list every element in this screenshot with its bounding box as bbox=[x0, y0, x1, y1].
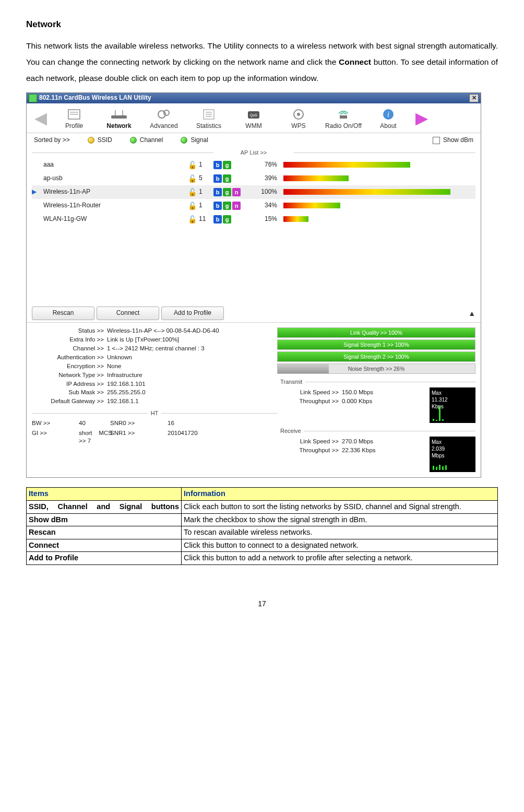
toolbar-tab-advanced[interactable]: Advanced bbox=[141, 107, 186, 131]
table-row: Show dBmMark the checkbox to show the si… bbox=[27, 513, 498, 526]
toolbar-tab-wps[interactable]: WPS bbox=[276, 107, 321, 131]
ap-signal-percent: 34% bbox=[252, 202, 281, 210]
tx-linkspeed-label: Link Speed >> bbox=[277, 389, 339, 396]
table-row: ConnectClick this button to connect to a… bbox=[27, 539, 498, 552]
table-item: Show dBm bbox=[27, 513, 182, 526]
sort-signal-button[interactable]: Signal bbox=[181, 136, 208, 145]
tx-linkspeed-value: 150.0 Mbps bbox=[342, 389, 389, 396]
toolbar-tab-label: About bbox=[380, 122, 396, 131]
ap-row[interactable]: ap-usb🔓5bg39% bbox=[32, 172, 475, 185]
rx-linkspeed-value: 270.0 Mbps bbox=[342, 438, 389, 445]
connect-button[interactable]: Connect bbox=[97, 307, 159, 320]
transmit-header: Transmit bbox=[277, 378, 475, 385]
ap-signal-bar bbox=[283, 216, 450, 222]
table-info: Click each button to sort the listing ne… bbox=[182, 501, 498, 514]
mode-b-icon: b bbox=[213, 215, 222, 223]
toolbar-tab-network[interactable]: Network bbox=[97, 107, 141, 131]
mode-g-icon: g bbox=[223, 215, 231, 223]
toolbar-tab-profile[interactable]: Profile bbox=[52, 107, 97, 131]
status-row: Sub Mask >>255.255.255.0 bbox=[32, 389, 277, 396]
collapse-details-icon[interactable]: ▲ bbox=[468, 309, 475, 318]
toolbar-next-arrow[interactable]: ► bbox=[411, 105, 433, 131]
ap-row[interactable]: ▶Wireless-11n-AP🔓1bgn100% bbox=[32, 185, 475, 199]
statistics-icon bbox=[198, 107, 219, 122]
mode-g-icon: g bbox=[223, 174, 231, 183]
ap-modes: bgn bbox=[213, 202, 250, 210]
mode-b-icon: b bbox=[213, 174, 222, 183]
status-key: Channel >> bbox=[32, 345, 107, 352]
mode-g-icon: g bbox=[223, 202, 231, 210]
status-row: Extra Info >>Link is Up [TxPower:100%] bbox=[32, 336, 277, 344]
toolbar-tab-radio-on-off[interactable]: Radio On/Off bbox=[321, 107, 366, 131]
ap-modes: bg bbox=[213, 215, 250, 223]
receive-graph: Max2.039Mbps bbox=[430, 437, 475, 472]
toolbar-tab-label: Radio On/Off bbox=[325, 122, 362, 131]
status-key: Default Gateway >> bbox=[32, 397, 107, 405]
details-panel: Status >>Wireless-11n-AP <--> 00-08-54-A… bbox=[27, 322, 481, 478]
toolbar-prev-arrow[interactable]: ◄ bbox=[30, 105, 52, 131]
profile-icon bbox=[64, 107, 85, 122]
noise-strength-bar: Noise Strength >> 26% bbox=[277, 363, 475, 374]
ap-ssid: Wireless-11n-AP bbox=[41, 188, 163, 196]
toolbar-tab-label: WPS bbox=[291, 122, 305, 131]
tx-throughput-label: Throughput >> bbox=[277, 397, 339, 405]
toolbar-tab-statistics[interactable]: Statistics bbox=[186, 107, 231, 131]
network-icon bbox=[109, 107, 129, 122]
ap-signal-bar bbox=[283, 162, 450, 168]
close-button[interactable]: ✕ bbox=[469, 94, 479, 102]
svg-text:QoS: QoS bbox=[250, 113, 257, 117]
toolbar-tab-label: Statistics bbox=[196, 122, 221, 131]
link-quality-bar: Link Quality >> 100% bbox=[277, 327, 475, 338]
table-info: To rescan available wireless networks. bbox=[182, 526, 498, 539]
description-table: Items Information SSID, Channel and Sign… bbox=[26, 487, 498, 564]
ap-channel: 1 bbox=[199, 202, 211, 210]
table-info: Mark the checkbox to show the signal str… bbox=[182, 513, 498, 526]
signal-strength-2-bar: Signal Strength 2 >> 100% bbox=[277, 351, 475, 362]
status-value: Unknown bbox=[107, 354, 277, 361]
ap-signal-percent: 76% bbox=[252, 161, 281, 169]
mode-b-icon: b bbox=[213, 202, 222, 210]
status-key: Status >> bbox=[32, 327, 107, 335]
table-info: Click this button to add a network to pr… bbox=[182, 552, 498, 565]
wps-icon bbox=[288, 107, 309, 122]
ap-signal-percent: 100% bbox=[252, 188, 281, 196]
ap-signal-percent: 39% bbox=[252, 174, 281, 183]
toolbar-tab-label: Network bbox=[106, 122, 131, 131]
svg-text:i: i bbox=[387, 111, 389, 119]
status-key: Sub Mask >> bbox=[32, 389, 107, 396]
ap-modes: bgn bbox=[213, 188, 250, 196]
ap-ssid: WLAN-11g-GW bbox=[41, 215, 163, 223]
status-key: Authentication >> bbox=[32, 354, 107, 361]
svg-point-15 bbox=[297, 113, 300, 116]
main-toolbar: ◄ ProfileNetworkAdvancedStatisticsQoSWMM… bbox=[27, 103, 481, 133]
sorted-by-label: Sorted by >> bbox=[34, 136, 70, 145]
ap-channel: 11 bbox=[199, 215, 211, 223]
ap-ssid: aaa bbox=[41, 161, 163, 169]
toolbar-tab-about[interactable]: iAbout bbox=[366, 107, 411, 131]
sort-bar: Sorted by >> SSID Channel Signal Show dB… bbox=[27, 133, 481, 148]
svg-rect-16 bbox=[340, 115, 347, 119]
status-row: Channel >>1 <--> 2412 MHz; central chann… bbox=[32, 345, 277, 352]
ap-row[interactable]: Wireless-11n-Router🔓1bgn34% bbox=[32, 199, 475, 213]
toolbar-tab-wmm[interactable]: QoSWMM bbox=[231, 107, 276, 131]
toolbar-tab-label: Profile bbox=[65, 122, 83, 131]
status-value: 1 <--> 2412 MHz; central channel : 3 bbox=[107, 345, 277, 352]
ap-signal-bar bbox=[283, 189, 450, 195]
sort-ssid-button[interactable]: SSID bbox=[88, 136, 112, 145]
show-dbm-checkbox[interactable]: Show dBm bbox=[433, 136, 473, 145]
app-icon bbox=[29, 94, 37, 102]
ap-list: aaa🔓1bg76%ap-usb🔓5bg39%▶Wireless-11n-AP🔓… bbox=[27, 158, 481, 304]
rescan-button[interactable]: Rescan bbox=[32, 307, 94, 320]
security-icon: 🔓 bbox=[165, 187, 197, 197]
ap-row[interactable]: aaa🔓1bg76% bbox=[32, 158, 475, 172]
ap-row[interactable]: WLAN-11g-GW🔓11bg15% bbox=[32, 213, 475, 226]
status-key: Network Type >> bbox=[32, 371, 107, 379]
receive-header: Receive bbox=[277, 427, 475, 434]
status-row: Network Type >>Infrastructure bbox=[32, 371, 277, 379]
status-row: Encryption >>None bbox=[32, 362, 277, 370]
sort-channel-button[interactable]: Channel bbox=[130, 136, 163, 145]
add-to-profile-button[interactable]: Add to Profile bbox=[161, 307, 224, 320]
intro-connect-bold: Connect bbox=[339, 57, 371, 66]
ap-channel: 1 bbox=[199, 188, 211, 196]
status-row: Authentication >>Unknown bbox=[32, 354, 277, 361]
